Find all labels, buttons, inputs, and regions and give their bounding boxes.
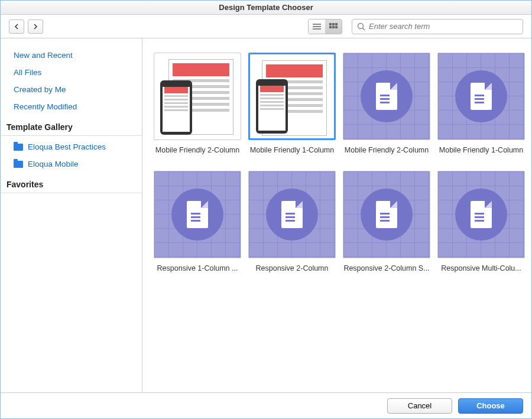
template-label: Mobile Friendly 1-Column [248, 146, 336, 154]
template-tile[interactable]: Mobile Friendly 2-Column [342, 53, 431, 154]
template-thumbnail [154, 171, 241, 258]
search-icon [357, 22, 365, 31]
svg-rect-2 [313, 28, 321, 30]
template-label: Mobile Friendly 2-Column [343, 146, 430, 154]
cancel-button[interactable]: Cancel [387, 398, 452, 414]
nav-back-button[interactable] [9, 20, 24, 34]
view-mode-toggle [308, 19, 342, 34]
template-label: Mobile Friendly 1-Column [437, 146, 525, 154]
list-icon [313, 23, 321, 30]
template-tile[interactable]: Responsive 2-Column S... [342, 171, 431, 272]
template-tile[interactable]: Responsive Multi-Colu... [437, 171, 525, 272]
choose-button[interactable]: Choose [458, 398, 523, 414]
svg-rect-0 [313, 24, 321, 25]
template-tile[interactable]: Mobile Friendly 1-Column [248, 53, 336, 154]
template-thumbnail [437, 53, 525, 140]
sidebar-item-label: Eloqua Mobile [28, 160, 79, 168]
template-thumbnail [154, 53, 241, 140]
grid-icon [329, 23, 338, 30]
chevron-left-icon [14, 24, 20, 30]
window-title: Design Template Chooser [1, 1, 531, 15]
sidebar-item-best-practices[interactable]: Eloqua Best Practices [1, 138, 142, 155]
template-label: Responsive 1-Column ... [154, 264, 241, 272]
sidebar-link-recently-modified[interactable]: Recently Modified [1, 98, 142, 115]
svg-rect-8 [335, 26, 338, 28]
chevron-right-icon [33, 24, 38, 30]
template-thumbnail [437, 171, 525, 258]
svg-rect-3 [329, 23, 332, 25]
nav-forward-button[interactable] [28, 20, 43, 34]
template-thumbnail [248, 171, 336, 258]
svg-rect-1 [313, 26, 321, 27]
template-label: Responsive Multi-Colu... [437, 264, 525, 272]
template-label: Mobile Friendly 2-Column [154, 146, 241, 154]
sidebar-item-label: Eloqua Best Practices [28, 142, 106, 151]
dialog-footer: Cancel Choose [1, 392, 531, 418]
svg-rect-4 [332, 23, 335, 25]
sidebar-link-new-recent[interactable]: New and Recent [1, 47, 142, 64]
svg-rect-5 [335, 23, 338, 25]
folder-icon [14, 161, 23, 168]
template-tile[interactable]: Responsive 2-Column [248, 171, 336, 272]
sidebar: New and Recent All Files Created by Me R… [1, 38, 142, 392]
template-label: Responsive 2-Column S... [343, 264, 430, 272]
search-input[interactable] [369, 22, 518, 31]
template-grid-area: Mobile Friendly 2-ColumnMobile Friendly … [142, 38, 531, 392]
template-chooser-window: Design Template Chooser New and Recent A… [0, 0, 532, 419]
toolbar [1, 15, 531, 38]
sidebar-section-template-gallery: Template Gallery [1, 115, 142, 136]
sidebar-section-favorites: Favorites [1, 173, 142, 193]
template-tile[interactable]: Mobile Friendly 1-Column [437, 53, 525, 154]
search-box[interactable] [352, 19, 523, 34]
template-tile[interactable]: Responsive 1-Column ... [153, 171, 242, 272]
svg-rect-7 [332, 26, 335, 28]
sidebar-item-eloqua-mobile[interactable]: Eloqua Mobile [1, 155, 142, 173]
folder-icon [14, 144, 23, 151]
sidebar-link-all-files[interactable]: All Files [1, 64, 142, 81]
svg-line-10 [363, 28, 365, 30]
grid-view-button[interactable] [325, 20, 342, 34]
svg-point-9 [358, 23, 364, 28]
list-view-button[interactable] [309, 20, 325, 34]
template-thumbnail [343, 171, 430, 258]
svg-rect-6 [329, 26, 332, 28]
template-thumbnail [343, 53, 430, 140]
template-tile[interactable]: Mobile Friendly 2-Column [153, 53, 242, 154]
template-thumbnail [248, 53, 336, 140]
sidebar-link-created-by-me[interactable]: Created by Me [1, 81, 142, 98]
template-label: Responsive 2-Column [248, 264, 336, 272]
